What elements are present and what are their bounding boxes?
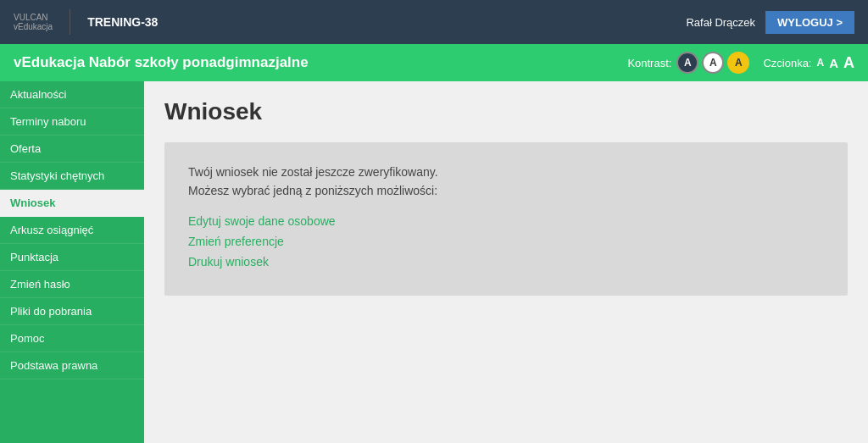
font-section: Czcionka: A A A bbox=[763, 54, 854, 72]
content-heading: Wniosek bbox=[164, 98, 848, 125]
sidebar-item-terminy[interactable]: Terminy naboru bbox=[0, 108, 144, 136]
logout-button[interactable]: WYLOGUJ > bbox=[765, 11, 854, 34]
sidebar-item-arkusz[interactable]: Arkusz osiągnięć bbox=[0, 217, 144, 244]
link-edit-personal[interactable]: Edytuj swoje dane osobowe bbox=[188, 214, 824, 228]
contrast-label: Kontrast: bbox=[627, 57, 671, 69]
content-area: Wniosek Twój wniosek nie został jeszcze … bbox=[144, 81, 868, 443]
info-text-block: Twój wniosek nie został jeszcze zweryfik… bbox=[188, 163, 824, 201]
font-small-button[interactable]: A bbox=[816, 57, 824, 69]
username: Rafał Drączek bbox=[686, 16, 755, 29]
font-large-button[interactable]: A bbox=[843, 54, 854, 72]
top-bar-right: Rafał Drączek WYLOGUJ > bbox=[686, 11, 854, 34]
sidebar-item-wniosek[interactable]: Wniosek bbox=[0, 190, 144, 217]
sidebar-item-aktualnosci[interactable]: Aktualności bbox=[0, 81, 144, 108]
sidebar-item-pliki[interactable]: Pliki do pobrania bbox=[0, 298, 144, 325]
logo-subtitle: vEdukacja bbox=[14, 22, 53, 31]
contrast-light-button[interactable]: A bbox=[702, 52, 724, 74]
sidebar-item-podstawa[interactable]: Podstawa prawna bbox=[0, 352, 144, 379]
font-label: Czcionka: bbox=[763, 57, 811, 69]
title-bar: vEdukacja Nabór szkoły ponadgimnazjalne … bbox=[0, 44, 868, 81]
accessibility-controls: Kontrast: A A A Czcionka: A A A bbox=[627, 52, 854, 74]
vulcan-logo: VULCAN vEdukacja bbox=[14, 13, 53, 31]
sidebar-item-oferta[interactable]: Oferta bbox=[0, 136, 144, 163]
logo-text: VULCAN bbox=[14, 13, 53, 22]
contrast-yellow-button[interactable]: A bbox=[727, 52, 749, 74]
sidebar-item-punktacja[interactable]: Punktacja bbox=[0, 244, 144, 271]
font-medium-button[interactable]: A bbox=[829, 56, 838, 70]
training-title: TRENING-38 bbox=[87, 15, 158, 29]
sidebar-item-statystyki[interactable]: Statystyki chętnych bbox=[0, 163, 144, 190]
main-layout: Aktualności Terminy naboru Oferta Statys… bbox=[0, 81, 868, 443]
contrast-buttons: A A A bbox=[676, 52, 749, 74]
link-print-application[interactable]: Drukuj wniosek bbox=[188, 255, 824, 269]
link-change-preferences[interactable]: Zmień preferencje bbox=[188, 235, 824, 248]
info-box: Twój wniosek nie został jeszcze zweryfik… bbox=[164, 142, 848, 296]
divider bbox=[70, 9, 70, 35]
sidebar-item-pomoc[interactable]: Pomoc bbox=[0, 325, 144, 352]
sidebar: Aktualności Terminy naboru Oferta Statys… bbox=[0, 81, 144, 443]
page-title: vEdukacja Nabór szkoły ponadgimnazjalne bbox=[14, 54, 309, 71]
contrast-dark-button[interactable]: A bbox=[676, 52, 698, 74]
training-info: TRENING-38 bbox=[87, 15, 158, 29]
sidebar-item-zmien-haslo[interactable]: Zmień hasło bbox=[0, 271, 144, 298]
info-line2: Możesz wybrać jedną z poniższych możliwo… bbox=[188, 184, 437, 197]
info-line1: Twój wniosek nie został jeszcze zweryfik… bbox=[188, 165, 438, 179]
top-bar: VULCAN vEdukacja TRENING-38 Rafał Drącze… bbox=[0, 0, 868, 44]
top-bar-left: VULCAN vEdukacja TRENING-38 bbox=[14, 9, 158, 35]
